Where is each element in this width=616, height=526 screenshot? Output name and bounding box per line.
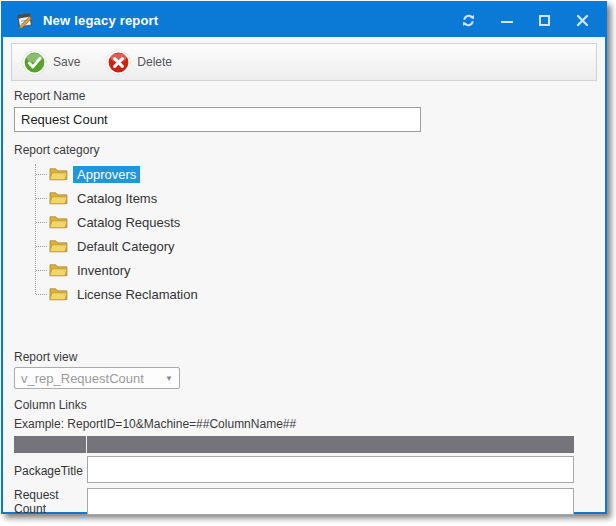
- tree-connector: [36, 174, 47, 175]
- table-row: Request Count: [14, 486, 574, 516]
- tree-item-inventory[interactable]: Inventory: [32, 258, 594, 282]
- minimize-button[interactable]: [498, 12, 515, 29]
- grid-header-row: [14, 436, 574, 453]
- tree-item-label: Catalog Requests: [73, 214, 184, 231]
- tree-connector: [36, 222, 47, 223]
- tree-item-label: Default Category: [73, 238, 179, 255]
- maximize-button[interactable]: [536, 12, 553, 29]
- grid-header-cell: [87, 436, 574, 453]
- category-tree: Approvers Catalog Items: [14, 162, 594, 306]
- folder-icon: [49, 214, 68, 230]
- tree-connector: [36, 270, 47, 271]
- folder-icon: [49, 262, 68, 278]
- tree-item-catalog-requests[interactable]: Catalog Requests: [32, 210, 594, 234]
- report-view-value: v_rep_RequestCount: [21, 371, 161, 386]
- packagetitle-link-input[interactable]: [87, 456, 574, 483]
- tree-item-license-reclamation[interactable]: License Reclamation: [32, 282, 594, 306]
- save-label: Save: [53, 55, 80, 69]
- note-pencil-icon: [15, 10, 35, 30]
- tree-connector: [36, 294, 47, 295]
- close-button[interactable]: [574, 12, 591, 29]
- tree-item-approvers[interactable]: Approvers: [32, 162, 594, 186]
- form-body: Report Name Report category Approvers: [3, 81, 605, 516]
- tree-item-label: Inventory: [73, 262, 134, 279]
- tree-item-default-category[interactable]: Default Category: [32, 234, 594, 258]
- column-links-grid: PackageTitle Request Count: [14, 436, 574, 516]
- save-check-icon: [22, 50, 47, 75]
- report-name-label: Report Name: [14, 89, 594, 103]
- report-view-label: Report view: [14, 350, 594, 364]
- request-count-link-input[interactable]: [87, 488, 574, 515]
- report-category-label: Report category: [14, 143, 594, 157]
- refresh-button[interactable]: [460, 12, 477, 29]
- save-button[interactable]: Save: [22, 50, 80, 75]
- window-controls: [460, 12, 591, 29]
- delete-x-icon: [106, 50, 131, 75]
- new-legacy-report-window: New legacy report: [1, 1, 607, 514]
- column-links-example: Example: ReportID=10&Machine=##ColumnNam…: [14, 417, 594, 431]
- row-label-packagetitle: PackageTitle: [14, 462, 87, 478]
- minimize-icon: [501, 21, 513, 23]
- column-links-label: Column Links: [14, 398, 594, 412]
- tree-item-label: Approvers: [73, 166, 140, 183]
- folder-icon: [49, 166, 68, 182]
- report-view-dropdown[interactable]: v_rep_RequestCount ▼: [14, 367, 180, 389]
- screen: New legacy report: [0, 0, 616, 526]
- tree-connector: [36, 246, 47, 247]
- table-row: PackageTitle: [14, 456, 574, 483]
- tree-item-catalog-items[interactable]: Catalog Items: [32, 186, 594, 210]
- tree-item-label: License Reclamation: [73, 286, 202, 303]
- chevron-down-icon: ▼: [165, 374, 173, 383]
- tree-connector: [36, 198, 47, 199]
- delete-button[interactable]: Delete: [106, 50, 172, 75]
- report-name-input[interactable]: [14, 107, 421, 132]
- folder-icon: [49, 238, 68, 254]
- delete-label: Delete: [137, 55, 172, 69]
- tree-item-label: Catalog Items: [73, 190, 161, 207]
- refresh-icon: [460, 12, 477, 29]
- window-title: New legacy report: [43, 13, 158, 28]
- grid-header-cell: [14, 436, 86, 453]
- folder-icon: [49, 190, 68, 206]
- maximize-icon: [539, 15, 550, 26]
- row-label-request-count: Request Count: [14, 486, 87, 516]
- titlebar[interactable]: New legacy report: [3, 3, 605, 37]
- toolbar: Save Delete: [11, 43, 597, 81]
- close-icon: [576, 14, 589, 27]
- folder-icon: [49, 286, 68, 302]
